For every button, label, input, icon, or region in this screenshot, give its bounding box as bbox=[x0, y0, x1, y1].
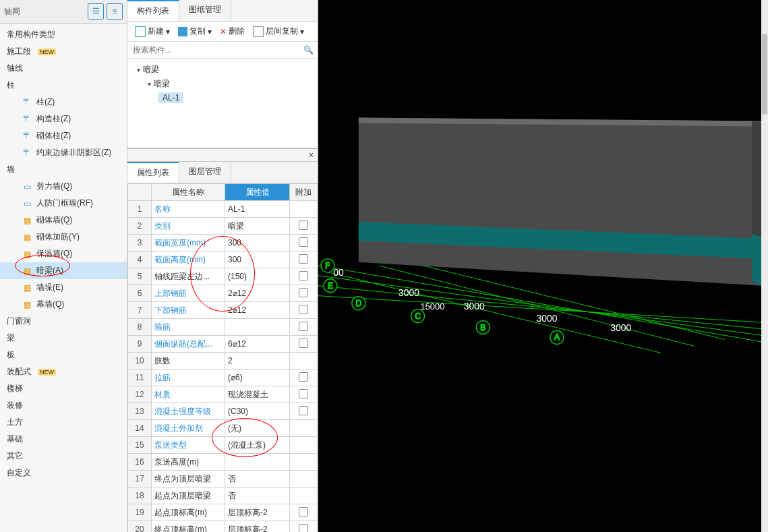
checkbox[interactable] bbox=[299, 338, 308, 348]
nav-item[interactable]: 土方 bbox=[0, 414, 127, 431]
checkbox[interactable] bbox=[299, 271, 308, 280]
property-value[interactable]: 否 bbox=[225, 487, 290, 504]
property-value[interactable]: 300 bbox=[225, 252, 290, 268]
checkbox[interactable] bbox=[299, 305, 308, 314]
nav-item[interactable]: ▦砌体加筋(Y) bbox=[0, 229, 127, 245]
list-view-icon[interactable]: ☰ bbox=[88, 3, 104, 20]
nav-item[interactable]: 装配式NEW bbox=[0, 363, 127, 380]
nav-item[interactable]: 基础 bbox=[0, 431, 127, 448]
property-value[interactable] bbox=[225, 319, 290, 336]
search-icon[interactable]: 🔍 bbox=[303, 45, 314, 55]
property-value[interactable]: 300 bbox=[225, 235, 290, 252]
tree-leaf-selected[interactable]: AL-1 bbox=[158, 92, 183, 103]
tree-group[interactable]: ▾暗梁 bbox=[137, 77, 318, 91]
property-name[interactable]: 起点顶标高(m) bbox=[152, 504, 225, 521]
nav-item[interactable]: 〒约束边缘非阴影区(Z) bbox=[0, 144, 127, 161]
property-value[interactable]: 层顶标高-2 bbox=[225, 521, 290, 533]
property-name[interactable]: 肢数 bbox=[152, 353, 225, 370]
property-value[interactable]: 2⌀12 bbox=[225, 285, 290, 302]
nav-item[interactable]: ▦砌体墙(Q) bbox=[0, 212, 127, 229]
copy-button[interactable]: 复制 ▾ bbox=[175, 24, 215, 38]
checkbox[interactable] bbox=[299, 254, 308, 264]
property-value[interactable]: (C30) bbox=[225, 403, 290, 420]
property-value[interactable] bbox=[225, 454, 290, 471]
nav-item[interactable]: 〒构造柱(Z) bbox=[0, 111, 127, 127]
property-name[interactable]: 泵送类型 bbox=[152, 437, 225, 454]
property-name[interactable]: 截面高度(mm) bbox=[152, 252, 225, 268]
property-value[interactable]: 现浇混凝土 bbox=[225, 386, 290, 403]
nav-item[interactable]: 常用构件类型 bbox=[0, 26, 127, 43]
viewport-scrollbar[interactable] bbox=[761, 0, 768, 532]
property-name[interactable]: 终点顶标高(m) bbox=[152, 521, 225, 533]
property-name[interactable]: 起点为顶层暗梁 bbox=[152, 487, 225, 504]
nav-item[interactable]: ▦暗梁(A) bbox=[0, 262, 127, 279]
property-name[interactable]: 材质 bbox=[152, 386, 225, 403]
property-value[interactable]: 2⌀12 bbox=[225, 302, 290, 319]
property-value[interactable]: (混凝土泵) bbox=[225, 437, 290, 454]
property-name[interactable]: 类别 bbox=[152, 218, 225, 235]
nav-item[interactable]: 楼梯 bbox=[0, 380, 127, 397]
3d-viewport[interactable]: A B C D E F 3000 3000 3000 3000 15000 00 bbox=[318, 0, 768, 532]
property-value[interactable]: 层顶标高-2 bbox=[225, 504, 290, 521]
property-name[interactable]: 终点为顶层暗梁 bbox=[152, 471, 225, 487]
property-value[interactable]: AL-1 bbox=[225, 201, 290, 218]
checkbox[interactable] bbox=[299, 507, 308, 516]
nav-item[interactable]: 〒柱(Z) bbox=[0, 94, 127, 111]
floor-copy-button[interactable]: 层间复制 ▾ bbox=[249, 24, 307, 38]
checkbox[interactable] bbox=[299, 524, 308, 533]
property-name[interactable]: 截面宽度(mm) bbox=[152, 235, 225, 252]
property-name[interactable]: 混凝土强度等级 bbox=[152, 403, 225, 420]
nav-item[interactable]: ▭剪力墙(Q) bbox=[0, 178, 127, 195]
nav-item[interactable]: 装修 bbox=[0, 397, 127, 414]
search-input[interactable] bbox=[127, 42, 318, 58]
property-value[interactable]: (无) bbox=[225, 420, 290, 437]
nav-item[interactable]: ▦墙垛(E) bbox=[0, 279, 127, 296]
property-name[interactable]: 混凝土外加剂 bbox=[152, 420, 225, 437]
checkbox[interactable] bbox=[299, 288, 308, 297]
property-name[interactable]: 箍筋 bbox=[152, 319, 225, 336]
property-name[interactable]: 轴线距梁左边... bbox=[152, 268, 225, 285]
nav-item[interactable]: ▭人防门框墙(RF) bbox=[0, 195, 127, 212]
new-button[interactable]: 新建 ▾ bbox=[131, 24, 173, 38]
tab-drawing-mgmt[interactable]: 图纸管理 bbox=[179, 0, 231, 21]
nav-item[interactable]: 施工段NEW bbox=[0, 43, 127, 60]
checkbox[interactable] bbox=[299, 237, 308, 247]
nav-item[interactable]: 梁 bbox=[0, 330, 127, 347]
tab-layer-mgmt[interactable]: 图层管理 bbox=[179, 162, 231, 183]
tree-view-icon[interactable]: ≡ bbox=[107, 3, 123, 20]
nav-item[interactable]: 门窗洞 bbox=[0, 313, 127, 330]
checkbox[interactable] bbox=[299, 406, 308, 415]
property-name[interactable]: 侧面纵筋(总配... bbox=[152, 336, 225, 353]
property-value[interactable]: 暗梁 bbox=[225, 218, 290, 235]
property-name[interactable]: 下部钢筋 bbox=[152, 302, 225, 319]
property-value[interactable]: 2 bbox=[225, 353, 290, 370]
property-value[interactable]: (⌀6) bbox=[225, 370, 290, 386]
nav-item[interactable]: ▦幕墙(Q) bbox=[0, 296, 127, 313]
property-name[interactable]: 泵送高度(m) bbox=[152, 454, 225, 471]
nav-item[interactable]: 自定义 bbox=[0, 465, 127, 481]
close-icon[interactable]: × bbox=[305, 149, 318, 161]
property-name[interactable]: 名称 bbox=[152, 201, 225, 218]
delete-button[interactable]: ✕删除 bbox=[216, 24, 248, 38]
nav-item[interactable]: 其它 bbox=[0, 448, 127, 465]
tab-component-list[interactable]: 构件列表 bbox=[127, 0, 179, 21]
nav-item[interactable]: 柱 bbox=[0, 77, 127, 94]
checkbox[interactable] bbox=[299, 220, 308, 230]
nav-item[interactable]: 板 bbox=[0, 347, 127, 363]
nav-item[interactable]: 〒砌体柱(Z) bbox=[0, 127, 127, 144]
property-name[interactable]: 拉筋 bbox=[152, 370, 225, 386]
checkbox[interactable] bbox=[299, 372, 308, 382]
property-value[interactable]: (150) bbox=[225, 268, 290, 285]
checkbox[interactable] bbox=[299, 389, 308, 398]
property-value[interactable]: 否 bbox=[225, 471, 290, 487]
svg-text:3000: 3000 bbox=[610, 322, 631, 333]
nav-item[interactable]: ▦保温墙(Q) bbox=[0, 245, 127, 262]
property-value[interactable]: 6⌀12 bbox=[225, 336, 290, 353]
checkbox[interactable] bbox=[299, 322, 308, 331]
nav-item[interactable]: 墙 bbox=[0, 161, 127, 178]
tree-root[interactable]: ▾暗梁 bbox=[137, 63, 318, 77]
or-icon: ▦ bbox=[22, 266, 32, 276]
nav-item[interactable]: 轴线 bbox=[0, 60, 127, 77]
property-name[interactable]: 上部钢筋 bbox=[152, 285, 225, 302]
tab-properties[interactable]: 属性列表 bbox=[127, 162, 179, 183]
